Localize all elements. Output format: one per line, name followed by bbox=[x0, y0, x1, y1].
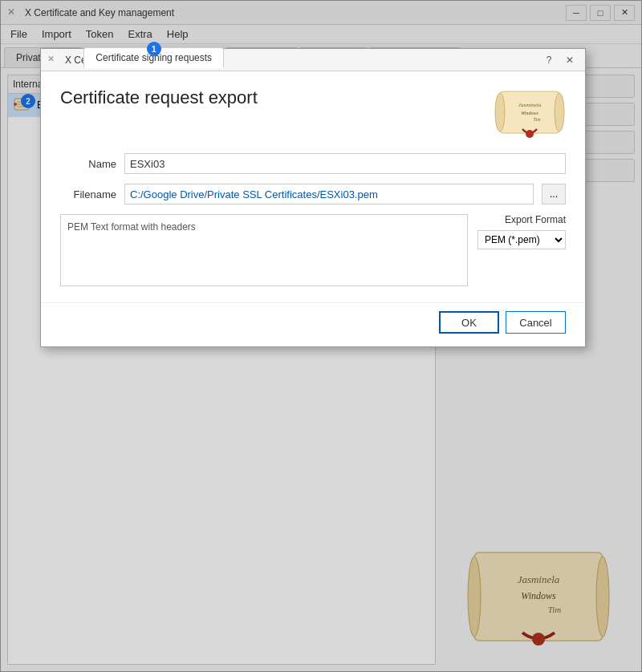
filename-label: Filename bbox=[60, 188, 116, 200]
export-format-label: Export Format bbox=[505, 214, 566, 225]
svg-point-14 bbox=[555, 93, 564, 132]
svg-point-13 bbox=[495, 93, 505, 132]
dialog-controls: ? ✕ bbox=[540, 53, 579, 67]
filename-input[interactable] bbox=[124, 184, 534, 204]
dialog-body: Certificate request export Jasminela Win… bbox=[41, 71, 585, 302]
dialog-close-button[interactable]: ✕ bbox=[561, 53, 579, 67]
name-field-row: Name bbox=[60, 153, 566, 174]
cancel-button[interactable]: Cancel bbox=[506, 311, 566, 334]
name-label: Name bbox=[60, 158, 116, 170]
dialog-main-title: Certificate request export bbox=[60, 87, 484, 108]
dialog-heading-text: Certificate request export bbox=[60, 87, 484, 111]
dialog-help-button[interactable]: ? bbox=[540, 53, 558, 67]
preview-box: PEM Text format with headers bbox=[60, 214, 468, 286]
dialog-heading: Certificate request export Jasminela Win… bbox=[60, 87, 566, 144]
svg-point-15 bbox=[526, 130, 534, 138]
dialog-overlay: ✕ X Certificate and Key management ? ✕ C… bbox=[0, 0, 642, 672]
preview-section: PEM Text format with headers Export Form… bbox=[60, 214, 566, 286]
export-dialog: ✕ X Certificate and Key management ? ✕ C… bbox=[40, 48, 586, 347]
dialog-footer: OK Cancel bbox=[41, 302, 585, 346]
export-format-select[interactable]: PEM (*.pem) DER (*.der) PKCS#12 (*.p12) bbox=[477, 230, 566, 249]
format-section: Export Format PEM (*.pem) DER (*.der) PK… bbox=[477, 214, 566, 249]
ok-button[interactable]: OK bbox=[439, 311, 499, 334]
svg-text:Jasminela: Jasminela bbox=[518, 102, 542, 108]
filename-field-row: Filename ... bbox=[60, 184, 566, 204]
name-input[interactable] bbox=[124, 153, 566, 174]
browse-button[interactable]: ... bbox=[542, 184, 566, 204]
tab-csr[interactable]: 1 Certificate signing requests bbox=[83, 47, 224, 68]
svg-text:Tim: Tim bbox=[533, 117, 541, 122]
svg-text:Windows: Windows bbox=[521, 111, 538, 115]
preview-text: PEM Text format with headers bbox=[67, 221, 196, 233]
dialog-app-icon: ✕ bbox=[47, 54, 60, 67]
dialog-cert-icon: Jasminela Windows Tim bbox=[494, 87, 566, 144]
tab-badge-csr: 1 bbox=[147, 42, 161, 56]
